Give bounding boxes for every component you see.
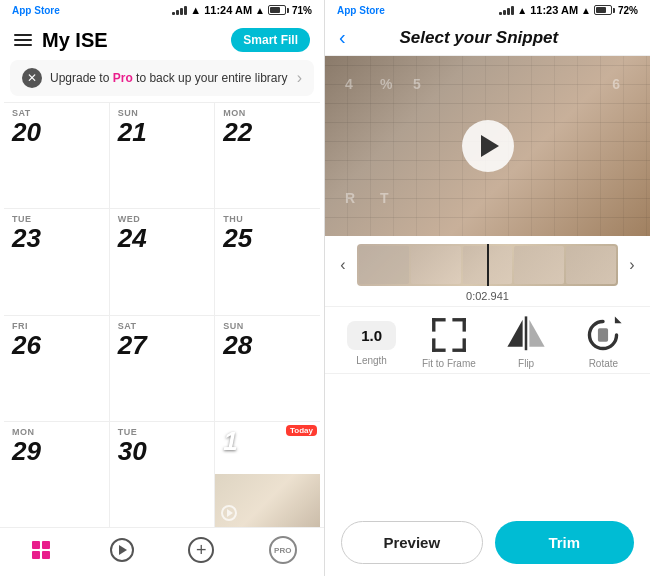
svg-rect-1 [432,318,435,332]
pro-label: Pro [113,71,133,85]
flip-label: Flip [518,358,534,369]
svg-marker-8 [508,320,523,347]
hamburger-menu[interactable] [14,34,32,46]
calendar-row-4: MON 29 TUE 30 Today 1 [4,421,320,527]
nav-play-button[interactable] [110,538,134,562]
tools-row: 1.0 Length Fit to Frame [325,307,650,374]
header-left-title-group: My ISE [14,29,108,52]
status-icons-right: ▲ 11:23 AM ▲ 72% [499,4,638,16]
length-label: Length [356,355,387,366]
cal-cell-mon-29[interactable]: MON 29 [4,422,110,527]
cal-cell-mon-22[interactable]: MON 22 [215,103,320,208]
scrubber-prev-button[interactable]: ‹ [335,256,351,274]
scrubber-track: ‹ › [335,244,640,286]
cal-cell-tue-30[interactable]: TUE 30 [110,422,216,527]
upgrade-text: Upgrade to Pro to back up your entire li… [50,70,289,87]
day-label: FRI [12,321,101,331]
cal-cell-sun-21[interactable]: SUN 21 [110,103,216,208]
key-label-4: 4 [345,76,353,92]
fit-frame-label: Fit to Frame [422,358,476,369]
svg-rect-3 [462,318,465,332]
status-bar-left: App Store ▲ 11:24 AM ▲ 71% [0,0,324,20]
time-right: 11:23 AM [530,4,578,16]
cal-cell-sat-27[interactable]: SAT 27 [110,316,216,421]
film-strips [357,244,618,286]
nav-grid-button[interactable] [27,536,55,564]
signal-icon-right [499,6,514,15]
svg-rect-7 [462,338,465,352]
svg-marker-9 [530,320,545,347]
day-number: 22 [223,118,312,147]
cal-cell-sat-20[interactable]: SAT 20 [4,103,110,208]
scrubber-next-button[interactable]: › [624,256,640,274]
preview-button[interactable]: Preview [341,521,483,564]
rotate-label: Rotate [589,358,618,369]
cal-cell-thu-25[interactable]: THU 25 [215,209,320,314]
day-number: 23 [12,224,101,253]
cal-cell-today-1[interactable]: Today 1 [215,422,320,527]
tool-rotate[interactable]: Rotate [575,317,631,369]
key-label-6: 5 [413,76,421,92]
cal-cell-sun-28[interactable]: SUN 28 [215,316,320,421]
trim-button[interactable]: Trim [495,521,635,564]
app-title: My ISE [42,29,108,52]
day-number: 28 [223,331,312,360]
key-label-6b: 6 [612,76,620,92]
film-frame-5 [566,246,616,284]
tool-flip[interactable]: Flip [498,317,554,369]
key-label-r: R [345,190,355,206]
fit-to-frame-icon [427,317,471,353]
fit-frame-svg [427,313,471,357]
location-icon-right: ▲ [581,5,591,16]
rotate-svg [581,313,625,357]
svg-rect-11 [598,328,608,342]
length-value: 1.0 [347,321,396,350]
header-left: My ISE Smart Fill [0,20,324,60]
nav-add-button[interactable]: + [188,537,214,563]
wifi-icon-right: ▲ [517,5,527,16]
flip-icon [504,317,548,353]
day-number: 21 [118,118,207,147]
battery-icon-right [594,5,615,15]
day-number: 1 [223,427,312,456]
film-frame-1 [359,246,409,284]
calendar-row-3: FRI 26 SAT 27 SUN 28 [4,315,320,421]
cal-cell-wed-24[interactable]: WED 24 [110,209,216,314]
snippet-title: Select your Snippet [399,28,558,48]
battery-pct-left: 71% [292,5,312,16]
tool-fit-to-frame[interactable]: Fit to Frame [421,317,477,369]
status-bar-right: App Store ▲ 11:23 AM ▲ 72% [325,0,650,20]
video-preview[interactable]: 4 % 5 6 R T [325,56,650,236]
video-play-icon [481,135,499,157]
day-label: SAT [118,321,207,331]
today-cell-icon [221,505,237,521]
bottom-nav-left: + PRO [0,527,324,576]
nav-pro-button[interactable]: PRO [269,536,297,564]
rotate-icon [581,317,625,353]
film-frame-3 [463,246,513,284]
grid-icon [32,541,50,559]
day-number: 20 [12,118,101,147]
day-number: 26 [12,331,101,360]
calendar-row-2: TUE 23 WED 24 THU 25 [4,208,320,314]
scrubber-film-strip[interactable] [357,244,618,286]
carrier-right: App Store [337,5,385,16]
close-banner-button[interactable]: ✕ [22,68,42,88]
left-panel: App Store ▲ 11:24 AM ▲ 71% [0,0,325,576]
wifi-icon-left: ▲ [190,4,201,16]
action-buttons: Preview Trim [325,511,650,576]
cal-cell-fri-26[interactable]: FRI 26 [4,316,110,421]
video-play-button[interactable] [462,120,514,172]
smart-fill-button[interactable]: Smart Fill [231,28,310,52]
battery-icon-left [268,5,289,15]
tool-length[interactable]: 1.0 Length [344,321,400,366]
upgrade-arrow-icon[interactable]: › [297,69,302,87]
scrubber-area: ‹ › 0:02.941 [325,236,650,307]
video-background: 4 % 5 6 R T [325,56,650,236]
right-panel: App Store ▲ 11:23 AM ▲ 72% ‹ Select your… [325,0,650,576]
svg-rect-5 [432,338,435,352]
back-button[interactable]: ‹ [339,26,346,49]
day-number: 25 [223,224,312,253]
cal-cell-tue-23[interactable]: TUE 23 [4,209,110,314]
day-label: SUN [223,321,312,331]
